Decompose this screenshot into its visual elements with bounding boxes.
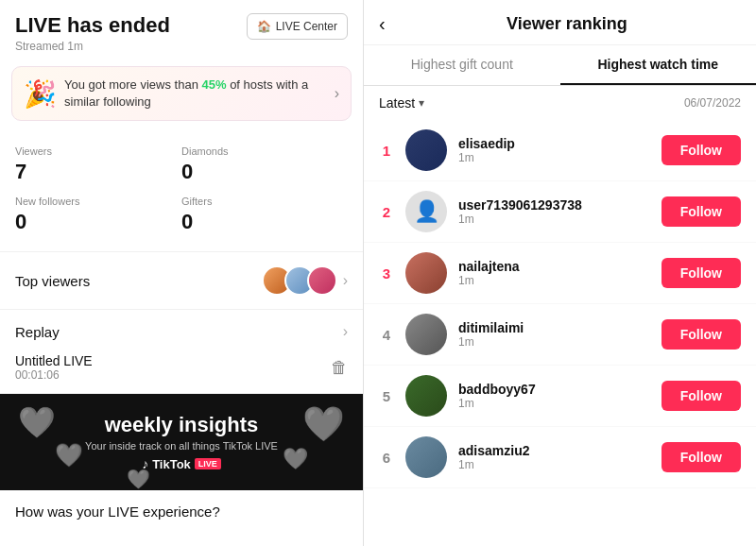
heart-icon: 🤍 bbox=[283, 447, 308, 471]
live-ended-title: LIVE has ended bbox=[15, 13, 170, 38]
viewer-info: ditimilaimi 1m bbox=[458, 320, 650, 349]
viewer-avatar bbox=[405, 436, 447, 478]
viewer-time: 1m bbox=[458, 397, 650, 410]
viewer-name: elisaedip bbox=[458, 136, 650, 151]
replay-section: Replay › Untitled LIVE 00:01:06 🗑 bbox=[0, 310, 363, 394]
stat-viewers: Viewers 7 bbox=[15, 140, 181, 190]
replay-label: Replay bbox=[15, 324, 60, 340]
viewer-info: user7139061293738 1m bbox=[458, 197, 650, 226]
chevron-right-icon: › bbox=[343, 272, 348, 289]
stat-diamonds: Diamonds 0 bbox=[181, 140, 348, 190]
performance-banner[interactable]: 🎉 You got more views than 45% of hosts w… bbox=[11, 66, 352, 121]
feedback-section: How was your LIVE experience? bbox=[0, 490, 363, 533]
streamed-label: Streamed 1m bbox=[15, 40, 170, 53]
stat-gifters: Gifters 0 bbox=[181, 190, 348, 240]
delete-button[interactable]: 🗑 bbox=[331, 358, 348, 378]
avatar bbox=[307, 265, 337, 296]
tabs-row: Highest gift count Highest watch time bbox=[364, 45, 756, 86]
stat-new-followers: New followers 0 bbox=[15, 190, 181, 240]
viewer-row: 4 ditimilaimi 1m Follow bbox=[364, 304, 756, 366]
viewer-time: 1m bbox=[458, 274, 650, 287]
follow-button[interactable]: Follow bbox=[662, 135, 741, 165]
live-center-label: LIVE Center bbox=[276, 20, 337, 33]
viewer-info: nailajtena 1m bbox=[458, 259, 650, 287]
top-viewers-label: Top viewers bbox=[15, 273, 90, 289]
filter-row: Latest ▾ 06/07/2022 bbox=[364, 86, 756, 120]
tiktok-icon: ♪ bbox=[142, 456, 148, 471]
viewer-row: 1 elisaedip 1m Follow bbox=[364, 120, 756, 181]
tab-highest-gift-count[interactable]: Highest gift count bbox=[364, 45, 560, 85]
banner-emoji: 🎉 bbox=[24, 78, 57, 110]
viewer-name: adisamziu2 bbox=[458, 443, 650, 458]
live-ended-header: LIVE has ended Streamed 1m 🏠 LIVE Center bbox=[0, 0, 363, 59]
viewer-avatar bbox=[405, 252, 447, 294]
viewer-ranking-title: Viewer ranking bbox=[393, 14, 741, 34]
rank-number: 1 bbox=[379, 143, 394, 159]
tab-highest-watch-time[interactable]: Highest watch time bbox=[560, 45, 757, 85]
replay-item: Untitled LIVE 00:01:06 🗑 bbox=[0, 350, 363, 393]
rank-number: 5 bbox=[379, 388, 394, 404]
follow-button[interactable]: Follow bbox=[662, 258, 741, 288]
viewer-row: 2 👤 user7139061293738 1m Follow bbox=[364, 181, 756, 243]
stats-grid: Viewers 7 Diamonds 0 New followers 0 Gif… bbox=[0, 128, 363, 252]
banner-percent: 45% bbox=[202, 77, 227, 92]
follow-button[interactable]: Follow bbox=[662, 196, 741, 227]
viewer-info: elisaedip 1m bbox=[458, 136, 650, 164]
rank-number: 4 bbox=[379, 327, 394, 343]
heart-icon: 🤍 bbox=[302, 404, 345, 444]
live-badge: LIVE bbox=[195, 458, 221, 469]
viewer-info: baddboyy67 1m bbox=[458, 382, 650, 410]
insights-subtitle: Your inside track on all things TikTok L… bbox=[85, 440, 278, 452]
chevron-right-icon: › bbox=[335, 85, 339, 102]
viewer-row: 5 baddboyy67 1m Follow bbox=[364, 366, 756, 427]
tiktok-label: TikTok bbox=[152, 457, 191, 471]
filter-date: 06/07/2022 bbox=[684, 96, 741, 110]
follow-button[interactable]: Follow bbox=[662, 381, 741, 411]
viewer-avatar bbox=[405, 375, 447, 417]
top-viewers-right: › bbox=[262, 265, 348, 296]
back-button[interactable]: ‹ bbox=[379, 13, 386, 35]
rank-number: 6 bbox=[379, 450, 394, 466]
stat-viewers-value: 7 bbox=[15, 160, 181, 184]
viewer-time: 1m bbox=[458, 213, 650, 226]
banner-text-pre: You got more views than bbox=[64, 77, 202, 92]
viewer-name: user7139061293738 bbox=[458, 197, 650, 213]
replay-duration: 00:01:06 bbox=[15, 368, 93, 382]
latest-filter-button[interactable]: Latest ▾ bbox=[379, 95, 424, 111]
stat-gifters-label: Gifters bbox=[181, 196, 348, 207]
home-icon: 🏠 bbox=[257, 20, 271, 33]
stat-followers-value: 0 bbox=[15, 210, 181, 234]
viewer-avatar bbox=[405, 314, 447, 355]
tiktok-logo-area: ♪ TikTok LIVE bbox=[142, 456, 221, 471]
chevron-down-icon: ▾ bbox=[419, 96, 424, 110]
avatar-stack bbox=[262, 265, 337, 296]
viewer-time: 1m bbox=[458, 458, 650, 471]
rank-number: 3 bbox=[379, 265, 394, 282]
replay-row[interactable]: Replay › bbox=[0, 310, 363, 350]
right-header: ‹ Viewer ranking bbox=[364, 0, 756, 45]
viewer-avatar bbox=[405, 129, 447, 171]
live-center-button[interactable]: 🏠 LIVE Center bbox=[247, 13, 348, 40]
follow-button[interactable]: Follow bbox=[662, 319, 741, 350]
banner-text: You got more views than 45% of hosts wit… bbox=[64, 77, 327, 111]
viewer-name: baddboyy67 bbox=[458, 382, 650, 397]
viewer-info: adisamziu2 1m bbox=[458, 443, 650, 471]
stat-followers-label: New followers bbox=[15, 196, 181, 207]
viewer-time: 1m bbox=[458, 151, 650, 164]
replay-info: Untitled LIVE 00:01:06 bbox=[15, 353, 93, 382]
stat-gifters-value: 0 bbox=[181, 210, 348, 234]
stat-diamonds-value: 0 bbox=[181, 160, 348, 184]
viewer-name: nailajtena bbox=[458, 259, 650, 274]
viewer-avatar: 👤 bbox=[405, 191, 447, 232]
stat-diamonds-label: Diamonds bbox=[181, 145, 348, 157]
latest-label: Latest bbox=[379, 95, 415, 111]
insights-banner[interactable]: 🤍 🤍 🤍 🤍 🤍 weekly insights Your inside tr… bbox=[0, 394, 363, 490]
chevron-right-icon: › bbox=[343, 323, 348, 340]
stat-viewers-label: Viewers bbox=[15, 145, 181, 157]
default-avatar-icon: 👤 bbox=[414, 199, 439, 224]
viewer-time: 1m bbox=[458, 335, 650, 349]
follow-button[interactable]: Follow bbox=[662, 442, 741, 472]
top-viewers-row[interactable]: Top viewers › bbox=[0, 252, 363, 310]
viewer-name: ditimilaimi bbox=[458, 320, 650, 335]
replay-name: Untitled LIVE bbox=[15, 353, 93, 368]
